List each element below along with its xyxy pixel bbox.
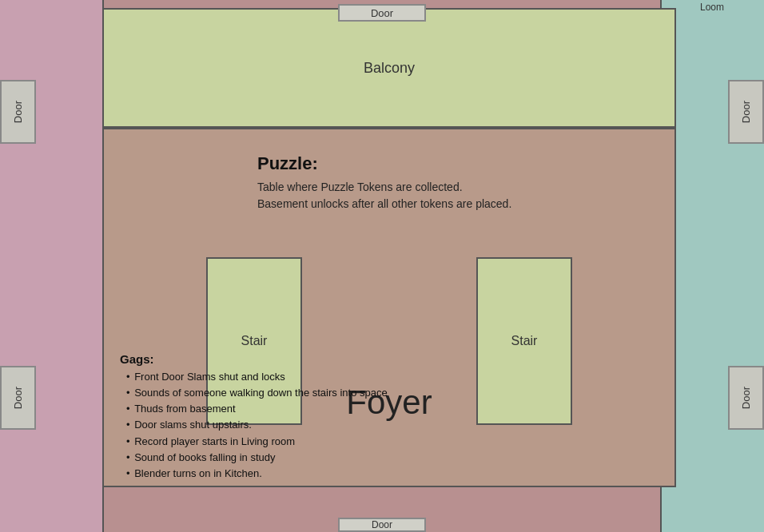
door-right-bottom-label: Door — [740, 387, 752, 409]
door-left-top-label: Door — [12, 101, 24, 123]
door-bottom-center[interactable]: Door — [338, 518, 426, 532]
door-right-bottom[interactable]: Door — [728, 366, 764, 430]
top-right-label: Loom — [700, 2, 724, 13]
gag-item-6: Sound of books falling in study — [120, 450, 599, 466]
puzzle-desc-line1: Table where Puzzle Tokens are collected. — [257, 179, 521, 196]
door-top-center-label: Door — [371, 7, 393, 19]
foyer-room: Stair Stair Puzzle: Table where Puzzle T… — [102, 128, 676, 487]
balcony-room: Balcony — [102, 8, 676, 128]
gag-item-4: Door slams shut upstairs. — [120, 417, 599, 433]
door-left-bottom-label: Door — [12, 387, 24, 409]
gags-title: Gags: — [120, 352, 599, 366]
door-bottom-center-label: Door — [372, 519, 392, 530]
gag-item-2: Sounds of someone walking down the stair… — [120, 385, 599, 401]
gag-item-7: Blender turns on in Kitchen. — [120, 466, 599, 482]
door-right-top[interactable]: Door — [728, 80, 764, 144]
gags-list: Front Door Slams shut and locks Sounds o… — [120, 369, 599, 482]
gags-section: Gags: Front Door Slams shut and locks So… — [120, 352, 599, 482]
puzzle-box: Puzzle: Table where Puzzle Tokens are co… — [245, 145, 533, 220]
door-top-center[interactable]: Door — [338, 4, 426, 22]
puzzle-desc-line2: Basement unlocks after all other tokens … — [257, 196, 521, 212]
stair-left-label: Stair — [241, 334, 268, 348]
gag-item-5: Record player starts in Living room — [120, 434, 599, 450]
door-right-top-label: Door — [740, 101, 752, 123]
puzzle-title: Puzzle: — [257, 153, 521, 174]
floor-plan: Balcony Stair Stair Puzzle: Table where … — [0, 0, 764, 532]
door-left-top[interactable]: Door — [0, 80, 36, 144]
door-left-bottom[interactable]: Door — [0, 366, 36, 430]
gag-item-3: Thuds from basement — [120, 401, 599, 417]
stair-right-label: Stair — [511, 334, 538, 348]
balcony-label: Balcony — [364, 60, 415, 77]
gag-item-1: Front Door Slams shut and locks — [120, 369, 599, 385]
